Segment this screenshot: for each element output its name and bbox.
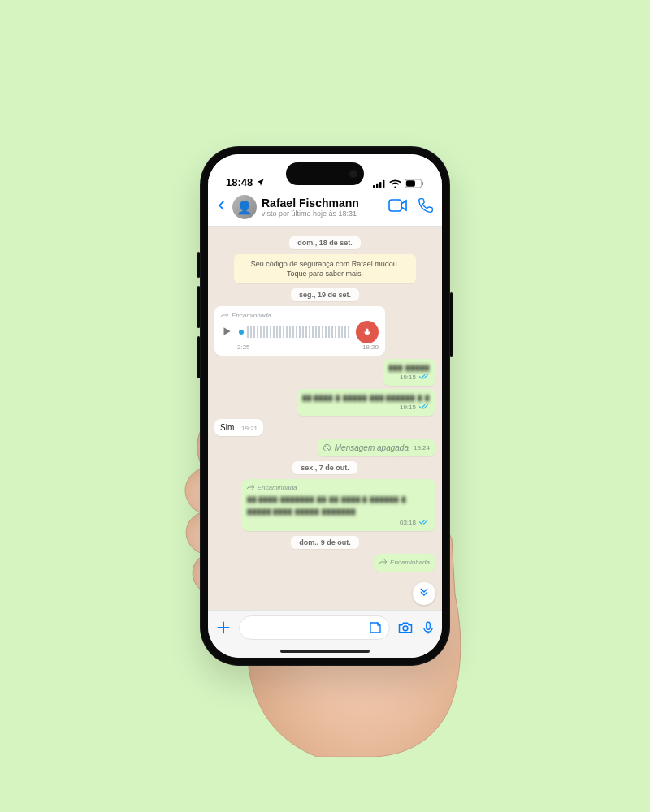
attach-button[interactable]	[214, 619, 232, 637]
svg-rect-5	[406, 180, 415, 186]
message-row: Encaminhada 2:25 18:20	[214, 306, 436, 356]
deleted-label: Mensagem apagada	[335, 443, 409, 452]
chat-header: 👤 Rafael Fischmann visto por último hoje…	[208, 192, 442, 227]
message-row: Mensagem apagada 19:24	[214, 439, 436, 456]
forward-icon	[247, 483, 255, 491]
dynamic-island	[286, 162, 364, 185]
svg-rect-10	[427, 622, 431, 629]
signal-icon	[373, 179, 386, 188]
mic-icon	[356, 321, 379, 343]
battery-icon	[405, 179, 424, 188]
day-separator: dom., 18 de set.	[214, 236, 436, 249]
read-ticks-icon	[418, 373, 430, 382]
message-text: ▮▮ ▮▮▮▮ ▮▮▮▮▮▮▮ ▮▮ ▮▮ ▮▮▮▮ ▮ ▮▮▮▮▮▮ ▮ ▮▮…	[247, 493, 430, 517]
message-text: ▮▮▮ ▮▮▮▮▮	[388, 363, 430, 372]
message-time: 03:18	[400, 519, 416, 526]
message-time: 19:24	[414, 444, 430, 451]
sticker-button[interactable]	[368, 620, 383, 635]
svg-rect-1	[376, 183, 378, 188]
location-icon	[256, 178, 265, 187]
wifi-icon	[389, 179, 401, 188]
home-indicator	[208, 645, 442, 658]
voice-call-button[interactable]	[418, 197, 434, 217]
message-row: Sim 19:21	[214, 419, 436, 436]
svg-rect-2	[379, 182, 381, 188]
message-row: ▮▮ ▮▮▮▮ ▮ ▮▮▮▮▮ ▮▮▮ ▮▮▮▮▮▮ ▮ ▮ 19:15	[214, 389, 436, 416]
read-ticks-icon	[418, 518, 430, 527]
forwarded-label: Encaminhada	[258, 484, 297, 491]
video-call-button[interactable]	[388, 198, 408, 216]
message-time: 19:15	[400, 374, 416, 381]
svg-rect-6	[422, 182, 423, 186]
message-time: 19:21	[241, 425, 258, 432]
incoming-bubble[interactable]: Sim 19:21	[214, 419, 263, 436]
message-input[interactable]	[239, 615, 390, 640]
svg-rect-3	[383, 179, 384, 188]
security-notice[interactable]: Seu código de segurança com Rafael mudou…	[214, 254, 436, 283]
outgoing-bubble[interactable]: ▮▮ ▮▮▮▮ ▮ ▮▮▮▮▮ ▮▮▮ ▮▮▮▮▮▮ ▮ ▮ 19:15	[297, 389, 436, 416]
contact-avatar[interactable]: 👤	[232, 195, 257, 219]
status-time: 18:48	[226, 176, 253, 188]
mic-button[interactable]	[421, 619, 436, 637]
chat-messages[interactable]: dom., 18 de set. Seu código de segurança…	[208, 227, 442, 610]
volume-up-button	[197, 286, 200, 328]
input-bar	[208, 610, 442, 645]
outgoing-bubble[interactable]: Encaminhada ▮▮ ▮▮▮▮ ▮▮▮▮▮▮▮ ▮▮ ▮▮ ▮▮▮▮ ▮…	[241, 479, 436, 531]
day-separator: seg., 19 de set.	[214, 288, 436, 301]
side-button	[197, 252, 200, 278]
outgoing-bubble[interactable]: Encaminhada	[374, 554, 436, 572]
contact-info[interactable]: Rafael Fischmann visto por último hoje à…	[262, 197, 384, 218]
forward-icon	[221, 311, 229, 319]
scroll-to-bottom-button[interactable]	[413, 582, 436, 605]
forwarded-label: Encaminhada	[232, 312, 271, 319]
message-text: ▮▮ ▮▮▮▮ ▮ ▮▮▮▮▮ ▮▮▮ ▮▮▮▮▮▮ ▮ ▮	[302, 393, 430, 402]
message-text: Sim	[220, 423, 234, 432]
message-row: Encaminhada ▮▮ ▮▮▮▮ ▮▮▮▮▮▮▮ ▮▮ ▮▮ ▮▮▮▮ ▮…	[214, 479, 436, 531]
forwarded-label: Encaminhada	[390, 559, 430, 566]
day-separator: dom., 9 de out.	[214, 536, 436, 549]
day-separator: sex., 7 de out.	[214, 461, 436, 474]
blocked-icon	[323, 443, 332, 452]
read-ticks-icon	[418, 403, 430, 412]
contact-name: Rafael Fischmann	[262, 197, 384, 209]
deleted-message[interactable]: Mensagem apagada 19:24	[317, 439, 436, 456]
message-row: ▮▮▮ ▮▮▮▮▮ 19:15	[214, 359, 436, 386]
camera-button[interactable]	[396, 620, 414, 636]
power-button	[450, 292, 453, 357]
svg-rect-0	[373, 185, 375, 188]
last-seen: visto por último hoje às 18:31	[262, 209, 384, 218]
voice-duration: 2:25	[237, 343, 250, 351]
message-row: Encaminhada	[214, 554, 436, 572]
svg-rect-7	[389, 200, 401, 211]
message-time: 19:15	[400, 404, 416, 411]
voice-waveform[interactable]	[239, 325, 349, 339]
outgoing-bubble[interactable]: ▮▮▮ ▮▮▮▮▮ 19:15	[383, 359, 436, 386]
back-button[interactable]	[216, 197, 228, 217]
screen: 18:48 👤 Rafael Fischmann visto por últim…	[208, 154, 442, 658]
forward-icon	[379, 558, 388, 566]
message-time: 18:20	[362, 343, 379, 351]
voice-message[interactable]: Encaminhada 2:25 18:20	[214, 306, 385, 356]
phone-frame: 18:48 👤 Rafael Fischmann visto por últim…	[200, 146, 450, 666]
svg-point-9	[403, 626, 408, 631]
volume-down-button	[197, 336, 200, 378]
play-button[interactable]	[221, 326, 232, 339]
